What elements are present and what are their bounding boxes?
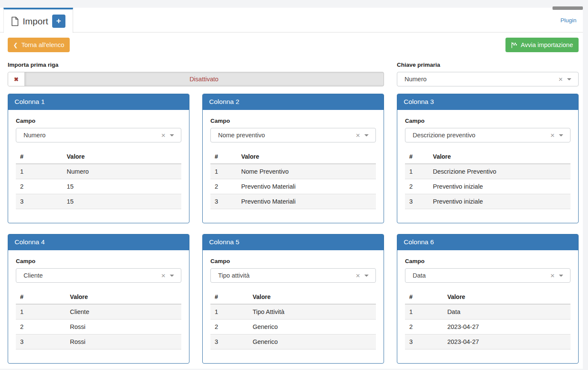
table-row: 3Preventivo iniziale bbox=[405, 194, 570, 209]
scrollbar-thumb[interactable] bbox=[553, 6, 583, 10]
row-value: Rossi bbox=[66, 334, 181, 349]
row-value: Preventivo Materiali bbox=[237, 179, 376, 194]
col-value-header: Valore bbox=[66, 290, 181, 304]
field-select-value: Descrizione preventivo bbox=[413, 132, 476, 139]
clear-icon[interactable]: × bbox=[356, 272, 360, 279]
primary-key-value: Numero bbox=[405, 76, 427, 83]
row-num: 3 bbox=[405, 334, 443, 349]
table-row: 3Generico bbox=[210, 334, 376, 349]
field-select-value: Nome preventivo bbox=[218, 132, 265, 139]
tab-import[interactable]: Import + bbox=[3, 8, 73, 33]
row-value: Numero bbox=[62, 164, 181, 179]
row-value: 15 bbox=[62, 194, 181, 209]
field-select[interactable]: Tipo attività × bbox=[210, 268, 376, 283]
field-select[interactable]: Data × bbox=[405, 268, 570, 283]
first-row-toggle[interactable]: ✖ Disattivato bbox=[8, 72, 384, 86]
clear-icon[interactable]: × bbox=[558, 76, 563, 83]
column-card-3: Colonna 3 Campo Descrizione preventivo ×… bbox=[397, 94, 579, 223]
back-button-label: Torna all'elenco bbox=[21, 41, 64, 48]
card-title: Colonna 6 bbox=[397, 234, 578, 250]
values-table: # Valore 1Numero 215 315 bbox=[16, 150, 181, 209]
column-card-2: Colonna 2 Campo Nome preventivo × # Valo… bbox=[202, 94, 384, 223]
toggle-off-icon: ✖ bbox=[8, 72, 24, 86]
row-num: 3 bbox=[210, 334, 248, 349]
start-import-label: Avvia importazione bbox=[521, 41, 573, 48]
values-table: # Valore 1Descrizione Preventivo 2Preven… bbox=[405, 150, 570, 209]
caret-down-icon bbox=[364, 275, 369, 277]
table-row: 1Nome Preventivo bbox=[210, 164, 376, 179]
col-num-header: # bbox=[210, 150, 237, 164]
field-select[interactable]: Descrizione preventivo × bbox=[405, 128, 570, 142]
table-row: 1Data bbox=[405, 304, 570, 320]
column-card-5: Colonna 5 Campo Tipo attività × # Valore… bbox=[202, 234, 384, 364]
row-value: Preventivo Materiali bbox=[237, 194, 376, 209]
values-table: # Valore 1Cliente 2Rossi 3Rossi bbox=[16, 290, 181, 349]
col-value-header: Valore bbox=[443, 290, 570, 304]
table-row: 1Descrizione Preventivo bbox=[405, 164, 570, 179]
table-row: 2Generico bbox=[210, 320, 376, 334]
clear-icon[interactable]: × bbox=[356, 132, 360, 139]
tab-bar: Import + Plugin bbox=[0, 8, 583, 33]
row-num: 1 bbox=[16, 164, 62, 179]
columns-grid: Colonna 1 Campo Numero × # Valore 1Numer… bbox=[0, 86, 583, 364]
col-num-header: # bbox=[16, 150, 62, 164]
row-num: 2 bbox=[210, 179, 237, 194]
toggle-status-label: Disattivato bbox=[24, 72, 384, 86]
clear-icon[interactable]: × bbox=[161, 272, 165, 279]
field-select[interactable]: Cliente × bbox=[16, 268, 181, 283]
table-row: 22023-04-27 bbox=[405, 320, 570, 334]
col-value-header: Valore bbox=[62, 150, 181, 164]
field-label: Campo bbox=[405, 118, 570, 124]
table-row: 2Preventivo iniziale bbox=[405, 179, 570, 194]
first-row-label: Importa prima riga bbox=[8, 62, 384, 68]
main-panel: Import + Plugin ❮ Torna all'elenco Avvia… bbox=[0, 8, 583, 369]
col-num-header: # bbox=[405, 150, 428, 164]
field-select-value: Cliente bbox=[24, 272, 43, 279]
row-value: Cliente bbox=[66, 304, 181, 320]
tab-import-label: Import bbox=[23, 16, 48, 27]
toolbar: ❮ Torna all'elenco Avvia importazione bbox=[0, 33, 583, 52]
field-select[interactable]: Nome preventivo × bbox=[210, 128, 376, 142]
field-label: Campo bbox=[210, 118, 376, 124]
card-title: Colonna 3 bbox=[397, 94, 578, 110]
clear-icon[interactable]: × bbox=[550, 272, 555, 279]
clear-icon[interactable]: × bbox=[161, 132, 165, 139]
clear-icon[interactable]: × bbox=[550, 132, 555, 139]
back-button[interactable]: ❮ Torna all'elenco bbox=[8, 38, 70, 52]
table-row: 3Preventivo Materiali bbox=[210, 194, 376, 209]
col-num-header: # bbox=[210, 290, 248, 304]
row-value: Generico bbox=[248, 334, 376, 349]
row-num: 3 bbox=[210, 194, 237, 209]
table-row: 2Rossi bbox=[16, 320, 181, 334]
add-tab-button[interactable]: + bbox=[52, 15, 65, 28]
card-title: Colonna 1 bbox=[8, 94, 189, 110]
card-title: Colonna 5 bbox=[203, 234, 384, 250]
row-num: 3 bbox=[16, 334, 66, 349]
row-num: 3 bbox=[405, 194, 428, 209]
primary-key-select[interactable]: Numero × bbox=[397, 72, 579, 86]
field-select[interactable]: Numero × bbox=[16, 128, 181, 142]
caret-down-icon bbox=[559, 275, 563, 277]
field-label: Campo bbox=[16, 258, 181, 264]
values-table: # Valore 1Nome Preventivo 2Preventivo Ma… bbox=[210, 150, 376, 209]
row-num: 1 bbox=[210, 304, 248, 320]
row-value: Preventivo iniziale bbox=[428, 179, 570, 194]
row-num: 2 bbox=[16, 179, 62, 194]
values-table: # Valore 1Data 22023-04-27 32023-04-27 bbox=[405, 290, 570, 349]
row-value: Descrizione Preventivo bbox=[428, 164, 570, 179]
row-value: Data bbox=[443, 304, 570, 320]
column-card-1: Colonna 1 Campo Numero × # Valore 1Numer… bbox=[8, 94, 189, 223]
row-num: 2 bbox=[405, 320, 443, 334]
col-num-header: # bbox=[405, 290, 443, 304]
row-num: 1 bbox=[405, 164, 428, 179]
start-import-button[interactable]: Avvia importazione bbox=[505, 38, 579, 52]
card-title: Colonna 4 bbox=[8, 234, 189, 250]
primary-key-label: Chiave primaria bbox=[397, 62, 579, 68]
field-select-value: Numero bbox=[24, 132, 46, 139]
caret-down-icon bbox=[170, 134, 174, 136]
plugin-link[interactable]: Plugin bbox=[560, 17, 576, 23]
row-num: 2 bbox=[16, 320, 66, 334]
table-row: 2Preventivo Materiali bbox=[210, 179, 376, 194]
table-row: 3Rossi bbox=[16, 334, 181, 349]
col-num-header: # bbox=[16, 290, 66, 304]
